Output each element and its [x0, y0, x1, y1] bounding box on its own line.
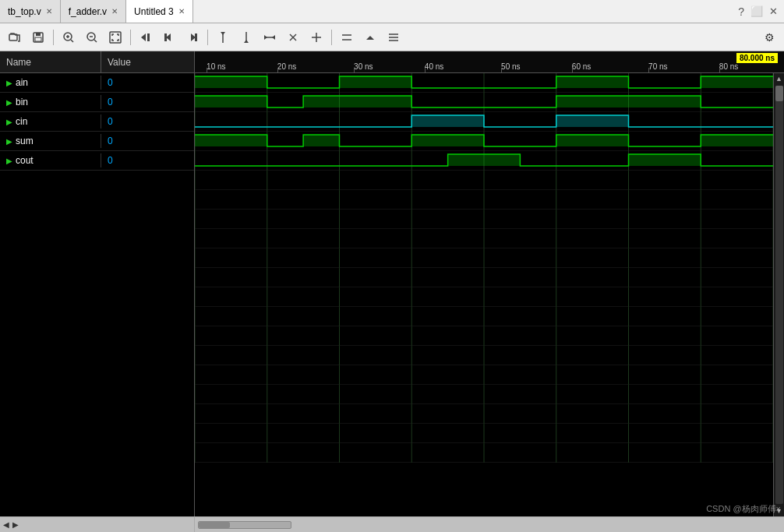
zoom-out-button[interactable] [82, 27, 102, 48]
svg-marker-12 [141, 33, 146, 41]
separator-1 [53, 30, 54, 45]
hscroll-track[interactable] [198, 521, 291, 529]
svg-rect-84 [701, 135, 773, 146]
waveform-rows [195, 73, 773, 516]
waveform-row-ain[interactable] [195, 73, 773, 93]
settings-button[interactable]: ⚙ [759, 27, 779, 48]
bottom-left-arrow-right[interactable]: ▶ [12, 520, 19, 529]
signal-header: Name Value [0, 51, 194, 73]
tab-f-adder-label: f_adder.v [69, 6, 107, 17]
svg-rect-47 [701, 76, 773, 88]
signal-row-sum[interactable]: ▶ sum 0 [0, 132, 194, 151]
tab-untitled3-close[interactable]: ✕ [178, 7, 185, 16]
restore-icon[interactable]: ⬜ [750, 5, 763, 17]
cursor5-button[interactable] [306, 27, 327, 48]
svg-rect-58 [303, 96, 411, 107]
close-icon[interactable]: ✕ [769, 5, 778, 17]
open-button[interactable] [5, 27, 25, 48]
waveform-row-empty-1 [195, 190, 773, 210]
signal-label-bin: bin [16, 97, 28, 107]
bottom-area: ◀ ▶ [0, 516, 784, 532]
svg-marker-21 [244, 40, 249, 43]
waveform-row-empty-11 [195, 385, 773, 404]
signal-value-ain: 0 [101, 76, 119, 90]
signal-row-cout[interactable]: ▶ cout 0 [0, 151, 194, 171]
help-icon[interactable]: ? [738, 5, 744, 18]
waveform-row-cin[interactable] [195, 112, 773, 132]
hscroll-thumb[interactable] [199, 522, 230, 528]
signal-value-sum: 0 [101, 134, 119, 148]
signal-row-bin[interactable]: ▶ bin 0 [0, 93, 194, 112]
signal-label-sum: sum [16, 136, 34, 146]
signal-icon-cin: ▶ [6, 118, 12, 126]
separator-3 [207, 30, 208, 45]
signal-list: ▶ ain 0 ▶ bin 0 ▶ cin 0 ▶ sum 0 ▶ [0, 73, 194, 516]
waveform-row-cout[interactable] [195, 151, 773, 171]
waveform-row-sum[interactable] [195, 132, 773, 151]
signal-value-cin: 0 [101, 115, 119, 129]
tab-f-adder-close[interactable]: ✕ [111, 7, 118, 16]
vertical-scrollbar[interactable]: ▲ ▼ [773, 73, 784, 516]
signal-row-cin[interactable]: ▶ cin 0 [0, 112, 194, 132]
expand-button[interactable] [337, 27, 357, 48]
tab-f-adder[interactable]: f_adder.v ✕ [61, 0, 126, 23]
waveform-row-empty-5 [195, 268, 773, 287]
svg-rect-17 [195, 33, 197, 41]
waveform-panel: 10 ns20 ns30 ns40 ns50 ns60 ns70 ns80 ns… [195, 51, 784, 516]
bottom-left-arrow-left[interactable]: ◀ [3, 520, 9, 529]
next-button[interactable] [182, 27, 203, 48]
svg-rect-70 [556, 115, 629, 127]
waveform-row-empty-6 [195, 287, 773, 307]
bottom-left-scrollbar: ◀ ▶ [0, 517, 195, 532]
fit-button[interactable] [105, 27, 125, 48]
waveform-row-bin[interactable] [195, 93, 773, 112]
signal-name-cout: ▶ cout [0, 153, 101, 167]
svg-marker-31 [366, 36, 374, 40]
collapse-button[interactable] [360, 27, 380, 48]
signal-name-sum: ▶ sum [0, 134, 101, 148]
cursor-time-marker: 80.000 ns [736, 53, 778, 63]
cursor2-button[interactable] [236, 27, 256, 48]
signal-icon-cout: ▶ [6, 157, 12, 165]
cursor3-button[interactable] [260, 27, 280, 48]
vscroll-down[interactable]: ▼ [774, 506, 785, 516]
svg-rect-15 [164, 33, 167, 41]
zoom-in-button[interactable] [58, 27, 79, 48]
time-label-60ns: 60 ns [572, 62, 591, 71]
separator-2 [130, 30, 131, 45]
svg-line-5 [71, 40, 73, 42]
name-column-header: Name [0, 51, 101, 72]
tab-untitled3[interactable]: Untitled 3 ✕ [126, 0, 193, 23]
vscroll-up[interactable]: ▲ [774, 73, 785, 84]
svg-rect-69 [411, 115, 484, 127]
waveform-row-empty-8 [195, 326, 773, 346]
tab-tb-top-close[interactable]: ✕ [46, 7, 52, 16]
vscroll-thumb[interactable] [775, 86, 783, 101]
svg-rect-94 [448, 154, 521, 166]
time-marker-bar: 10 ns20 ns30 ns40 ns50 ns60 ns70 ns80 ns… [195, 51, 784, 73]
signal-label-cin: cin [16, 116, 27, 127]
signal-row-ain[interactable]: ▶ ain 0 [0, 73, 194, 93]
resize-button[interactable] [383, 27, 404, 48]
signal-name-ain: ▶ ain [0, 76, 101, 90]
svg-rect-80 [195, 135, 267, 146]
prev-button[interactable] [159, 27, 179, 48]
separator-4 [331, 30, 332, 45]
signal-label-cout: cout [16, 155, 34, 166]
svg-rect-82 [411, 135, 484, 146]
time-label-30ns: 30 ns [354, 62, 373, 71]
waveform-row-empty-0 [195, 171, 773, 190]
svg-rect-44 [195, 76, 267, 88]
time-label-50ns: 50 ns [501, 62, 520, 71]
value-column-header: Value [101, 51, 137, 72]
save-button[interactable] [28, 27, 48, 48]
cursor1-button[interactable] [213, 27, 233, 48]
waveform-row-empty-14 [195, 443, 773, 463]
signal-value-bin: 0 [101, 95, 119, 109]
time-label-80ns: 80 ns [719, 62, 738, 71]
first-button[interactable] [136, 27, 156, 48]
cursor4-button[interactable] [283, 27, 303, 48]
tab-tb-top[interactable]: tb_top.v ✕ [0, 0, 61, 23]
vscroll-track[interactable] [775, 86, 783, 504]
svg-marker-24 [272, 35, 275, 40]
